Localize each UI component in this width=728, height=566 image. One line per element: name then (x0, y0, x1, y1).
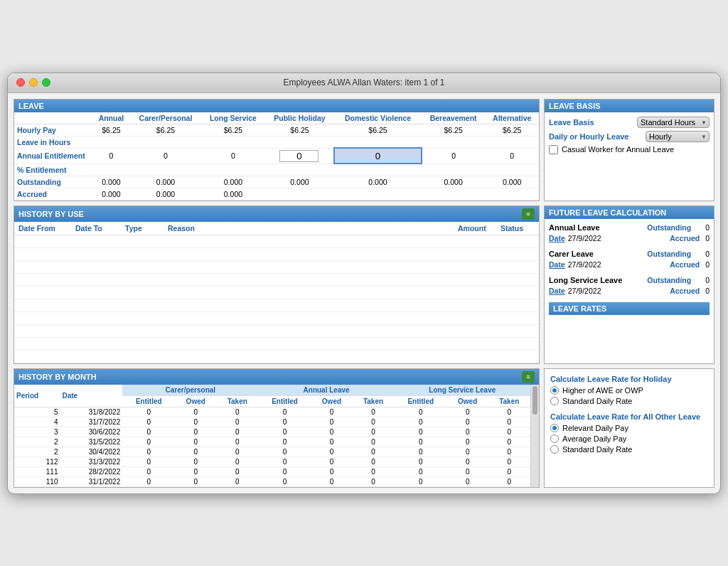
leave-rates-section: Calculate Leave Rate for Holiday Higher … (544, 368, 714, 488)
other-rate-label-1: Average Daily Pay (562, 434, 626, 443)
future-annual-outstanding-label: Outstanding (647, 223, 691, 233)
table-row: 330/6/2022000000000 (14, 427, 530, 437)
ent-long: 0 (201, 148, 265, 164)
holiday-rate-option-0[interactable]: Higher of AWE or OWP (550, 386, 708, 395)
col-status: Status (496, 222, 539, 235)
radio-standard-daily[interactable] (550, 397, 559, 405)
casual-worker-checkbox[interactable] (549, 145, 558, 154)
col-reason: Reason (164, 222, 454, 235)
table-row (14, 273, 539, 286)
ent-domestic-input[interactable] (360, 151, 395, 161)
future-carer-date-link[interactable]: Date (549, 260, 565, 269)
holiday-rate-option-1[interactable]: Standard Daily Rate (550, 397, 708, 405)
out-annual: 0.000 (92, 176, 130, 188)
daily-hourly-select-wrapper[interactable]: Hourly Daily (646, 131, 710, 142)
ent-bereavement: 0 (422, 148, 486, 164)
row-outstanding: Outstanding 0.000 0.000 0.000 0.000 0.00… (14, 176, 539, 188)
row-hourly-pay: Hourly Pay $6.25 $6.25 $6.25 $6.25 $6.25… (14, 124, 539, 136)
future-carer-outstanding-label: Outstanding (647, 250, 691, 260)
other-rate-option-2[interactable]: Standard Daily Rate (550, 445, 708, 454)
hourly-domestic: $6.25 (334, 124, 422, 136)
leave-basis-select[interactable]: Standard Hours Other (637, 117, 710, 128)
row-pct-entitlement: % Entitlement (14, 164, 539, 176)
radio-relevant-daily[interactable] (550, 424, 559, 432)
hourly-annual: $6.25 (92, 124, 130, 136)
table-row: 230/4/2022000000000 (14, 447, 530, 456)
history-use-table: Date From Date To Type Reason Amount Sta… (14, 222, 539, 363)
radio-higher-awe[interactable] (550, 386, 559, 395)
leave-rates-title-inner: LEAVE RATES (553, 304, 606, 313)
traffic-lights (16, 78, 50, 87)
col-annual-group: Annual Leave (258, 385, 394, 396)
annual-ent-label: Annual Entitlement (14, 148, 92, 164)
acc-annual: 0.000 (92, 188, 130, 200)
ent-public[interactable] (265, 148, 334, 164)
scrollbar-thumb[interactable] (532, 386, 537, 415)
col-long-owed: Owed (447, 395, 488, 407)
maximize-button[interactable] (42, 78, 50, 87)
table-row: 431/7/2022000000000 (14, 417, 530, 427)
window-title: Employees ALWA Allan Waters: item 1 of 1 (284, 78, 445, 87)
out-public: 0.000 (265, 176, 334, 188)
future-long-date-val: 27/9/2022 (568, 287, 601, 295)
future-long-outstanding-label: Outstanding (647, 276, 691, 286)
leave-hours-label: Leave in Hours (14, 136, 92, 148)
hourly-long: $6.25 (201, 124, 265, 136)
minimize-button[interactable] (29, 78, 38, 87)
future-carer-accrued-label: Accrued (670, 260, 700, 269)
ent-public-input (279, 150, 318, 162)
out-carer: 0.000 (130, 176, 201, 188)
col-date: Date (60, 385, 123, 407)
daily-hourly-label: Daily or Hourly Leave (549, 132, 629, 141)
leave-basis-header: LEAVE BASIS (545, 100, 714, 112)
future-calc-header: FUTURE LEAVE CALCULATION (545, 206, 714, 219)
future-calc-section: FUTURE LEAVE CALCULATION Annual Leave Ou… (544, 205, 714, 364)
radio-standard-daily-other[interactable] (550, 445, 559, 454)
history-use-menu-button[interactable]: ≡ (522, 208, 535, 220)
scrollbar[interactable] (530, 385, 539, 487)
hourly-alternative: $6.25 (485, 124, 539, 136)
col-long-group: Long Service Leave (395, 385, 530, 396)
col-date-from: Date From (14, 222, 71, 235)
row-accrued: Accrued 0.000 0.000 0.000 (14, 188, 539, 200)
table-row (14, 235, 539, 247)
future-long-outstanding-val: 0 (705, 276, 710, 286)
future-annual-date-link[interactable]: Date (549, 234, 565, 242)
leave-basis-select-wrapper[interactable]: Standard Hours Other (637, 117, 710, 128)
hourly-public: $6.25 (265, 124, 334, 136)
future-long-accrued-val: 0 (705, 287, 710, 295)
leave-section: LEAVE Annual Carer/Personal Long Service… (14, 99, 540, 201)
col-domestic: Domestic Violence (334, 112, 422, 124)
future-carer-accrued-val: 0 (705, 260, 710, 269)
future-carer-outstanding-val: 0 (705, 250, 710, 260)
out-long: 0.000 (201, 176, 265, 188)
acc-long: 0.000 (201, 188, 265, 200)
future-long-date-link[interactable]: Date (549, 287, 565, 295)
table-row (14, 247, 539, 260)
table-row (14, 350, 539, 363)
other-rate-option-0[interactable]: Relevant Daily Pay (550, 424, 708, 432)
close-button[interactable] (16, 78, 25, 87)
other-rate-option-1[interactable]: Average Daily Pay (550, 434, 708, 443)
daily-hourly-select[interactable]: Hourly Daily (646, 131, 710, 142)
future-annual-date-val: 27/9/2022 (568, 234, 601, 242)
radio-average-daily[interactable] (550, 434, 559, 443)
history-month-menu-button[interactable]: ≡ (522, 371, 535, 383)
future-carer-title: Carer Leave (549, 250, 594, 258)
table-row (14, 299, 539, 311)
future-long-group: Long Service Leave Outstanding 0 Date 27… (549, 276, 710, 295)
table-row: 231/5/2022000000000 (14, 437, 530, 447)
ent-domestic (334, 148, 422, 164)
history-month-section: HISTORY BY MONTH ≡ Period Date Carer/per… (14, 368, 540, 488)
future-carer-date-val: 27/9/2022 (568, 260, 601, 269)
col-amount: Amount (454, 222, 496, 235)
table-row: 11231/3/2022000000000 (14, 456, 530, 466)
other-rate-title: Calculate Leave Rate for All Other Leave (550, 412, 708, 421)
col-annual-taken: Taken (352, 395, 394, 407)
history-month-title: HISTORY BY MONTH (18, 373, 97, 381)
col-carer-group: Carer/personal (122, 385, 258, 396)
col-period: Period (14, 385, 60, 407)
leave-basis-label: Leave Basis (549, 118, 594, 127)
future-calc-title: FUTURE LEAVE CALCULATION (549, 208, 666, 217)
future-long-title: Long Service Leave (549, 276, 622, 284)
